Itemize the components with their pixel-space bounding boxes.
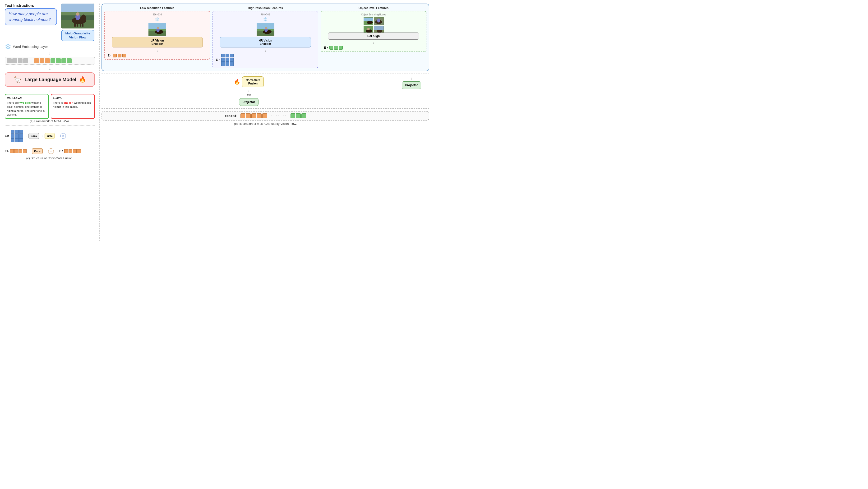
projector-mid-label: Projector	[243, 100, 255, 104]
text-col: Text Instruction: How many people are we…	[5, 4, 59, 25]
arrow-low-res: ↓	[157, 49, 158, 53]
c-tok-o1	[241, 114, 245, 118]
eb-tok-1	[330, 46, 333, 50]
e-f-sub: F	[62, 150, 63, 152]
concat-section: concat ·········	[101, 111, 429, 121]
arrow-down-3: ↓	[5, 88, 95, 93]
e-h-group: E H	[5, 134, 9, 137]
e-h-row: E H	[215, 54, 234, 66]
token-green-1	[51, 58, 55, 63]
el-tok-r1	[113, 54, 117, 57]
token-gray-3	[18, 58, 23, 63]
high-res-col: High-resolution Features 768×768 ❄️	[213, 6, 318, 68]
token-orange-1	[34, 58, 39, 63]
c-tok-g1	[290, 114, 295, 118]
conv-gate-fusion-label: Conv-GateFusion	[246, 79, 260, 85]
e-l-label: E	[5, 149, 7, 153]
arrow-proj: ↓	[411, 77, 412, 80]
svg-point-27	[367, 21, 373, 24]
token-green-3	[61, 58, 66, 63]
word-embedding-row: ❄️ Word Embedding Layer	[5, 44, 95, 50]
e-l-bold: E	[108, 54, 110, 57]
ef-tok-2	[68, 149, 72, 153]
right-horiz-divider-2	[101, 108, 429, 109]
cgs-bot-row: E L → Conv → + → E	[5, 148, 95, 154]
question-text: How many people are wearing black helmet…	[8, 11, 51, 22]
e-h-sub: H	[7, 134, 9, 137]
arrow-cgf: ↓	[248, 89, 250, 92]
arrow-to-conv-bot: →	[28, 149, 31, 153]
bb-cell-2	[374, 17, 384, 25]
e-f-mid-label: E	[247, 93, 249, 97]
projector-col: ↓ Projector	[396, 77, 427, 106]
el-tok-r3	[122, 54, 126, 57]
fgb1	[221, 54, 225, 57]
fgb8	[225, 62, 229, 66]
token-green-4	[67, 58, 72, 63]
e-l-sub-r: L	[111, 54, 112, 57]
e-b-row: E B	[323, 46, 343, 50]
e-f-label: E	[59, 150, 61, 153]
object-level-box: Object Bounding Boxes	[321, 11, 426, 52]
ef-tok-1	[64, 149, 68, 153]
eb-tok-2	[334, 46, 338, 50]
e-h-sub-r: H	[219, 59, 220, 61]
bb-label: Object Bounding Boxes	[361, 13, 386, 16]
eb-tok-3	[339, 46, 343, 50]
arrow-gate-mult: →	[56, 134, 59, 137]
right-mid-section: 🔥 Conv-GateFusion ↓ E F Projector ↓	[101, 77, 429, 106]
vision-flow-label: Multi-GranularityVision Flow	[61, 30, 94, 41]
ef-tok-3	[73, 149, 76, 153]
grid-cell-1	[11, 130, 14, 133]
fire-cgf-row: 🔥 Conv-GateFusion	[234, 77, 264, 87]
grid-cell-4	[11, 134, 14, 138]
right-horiz-divider-1	[101, 73, 429, 74]
token-gray-4	[23, 58, 28, 63]
ef-tok-4	[77, 149, 81, 153]
fgb9	[230, 62, 234, 66]
caption-a: (a) Framework of MG-LLaVA.	[5, 119, 95, 123]
llm-box: 🦙 Large Language Model 🔥	[5, 72, 95, 87]
plus-circle: +	[48, 148, 54, 154]
question-box: How many people are wearing black helmet…	[5, 8, 57, 25]
c-tok-o2	[246, 114, 251, 118]
left-top-area: Text Instruction: How many people are we…	[5, 4, 95, 41]
svg-rect-26	[364, 18, 374, 21]
concat-tokens-green	[290, 114, 306, 118]
c-tok-g2	[296, 114, 301, 118]
gate-box: Gate	[44, 133, 55, 139]
low-res-title: Low-resolution Features	[140, 6, 174, 10]
right-img-col: Multi-GranularityVision Flow	[60, 4, 95, 41]
mg-llava-highlight: two girls	[20, 101, 31, 104]
horse-image	[61, 4, 94, 28]
el-tok-r2	[118, 54, 121, 57]
arrow-conv-plus: →	[44, 149, 47, 153]
grid-cell-5	[15, 134, 19, 138]
snowflake-low-res: ❄️	[155, 17, 160, 22]
hr-encoder-box: HR VisionEncoder	[220, 37, 311, 48]
arrow-to-conv-top: →	[24, 134, 27, 137]
e-l-group: E L	[5, 149, 9, 153]
low-res-col: Low-resolution Features 336×336 ❄️	[104, 6, 210, 68]
conv-gate-fusion-col: 🔥 Conv-GateFusion ↓ E F Projector	[104, 77, 394, 106]
e-f-mid-sub: F	[249, 94, 251, 97]
fgb4	[221, 58, 225, 62]
grid-cell-3	[19, 130, 23, 133]
high-res-label: 768×768	[261, 13, 270, 16]
llm-label: Large Language Model	[25, 77, 76, 82]
el-tok-3	[19, 149, 22, 153]
features-row: Low-resolution Features 336×336 ❄️	[101, 4, 429, 71]
mg-llava-label: MG-LLaVA:	[7, 96, 47, 100]
vision-flow-text: Multi-GranularityVision Flow	[65, 32, 90, 39]
llava-output: LLaVA: There is one girl wearing black h…	[51, 94, 95, 119]
e-h-grid	[11, 130, 23, 142]
conv-box-top: Conv	[28, 133, 39, 139]
svg-point-30	[377, 19, 380, 23]
token-orange-3	[45, 58, 50, 63]
cgs-top-row: E H → Conv	[5, 130, 95, 142]
c-tok-o5	[262, 114, 267, 118]
arrow-plus-ef: →	[55, 149, 58, 153]
conv-gate-fusion-box: Conv-GateFusion	[242, 77, 264, 87]
token-green-2	[56, 58, 61, 63]
high-res-box: 768×768 ❄️ HR VisionEncoder ↓	[213, 11, 318, 68]
